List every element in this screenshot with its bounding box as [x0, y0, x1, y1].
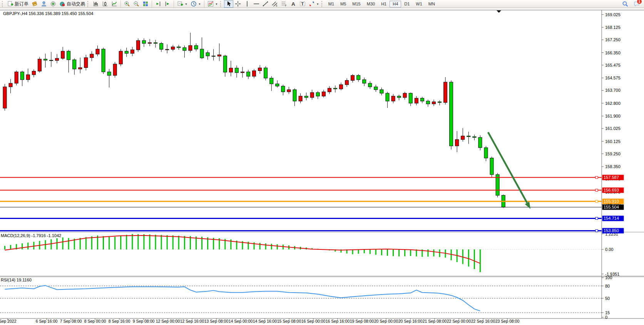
- market-watch-button[interactable]: [30, 0, 39, 8]
- macd-histogram-bar: [381, 249, 382, 255]
- bar-chart-button[interactable]: [91, 0, 100, 8]
- macd-histogram-bar: [167, 235, 168, 249]
- tile-windows-button[interactable]: [141, 0, 150, 8]
- clock-icon: [191, 1, 197, 7]
- channel-icon: E: [272, 1, 278, 7]
- timeframe-m1-button[interactable]: M1: [325, 1, 337, 7]
- candle-body: [397, 96, 401, 98]
- dropdown-caret-icon: ▼: [198, 3, 201, 5]
- toolbar-right: 1: [621, 0, 643, 8]
- chart-shift-button[interactable]: [163, 0, 172, 8]
- chart-shift-end-button[interactable]: [154, 0, 163, 8]
- toolbar-grip[interactable]: [2, 1, 4, 7]
- timeframe-m15-button[interactable]: M15: [349, 1, 363, 7]
- trend-arrow-head[interactable]: [525, 202, 530, 209]
- person-icon: [41, 1, 47, 7]
- vline-icon: [244, 1, 250, 7]
- candle-body: [3, 87, 7, 108]
- timeframe-h1-button[interactable]: H1: [378, 1, 390, 7]
- toolbar-grip[interactable]: [321, 1, 324, 7]
- timeframe-mn-button[interactable]: MN: [425, 1, 438, 7]
- autotrading-button[interactable]: 自动交易: [58, 0, 87, 8]
- indicators-button[interactable]: ▼: [206, 0, 219, 8]
- candle-body: [258, 68, 262, 71]
- equidistant-channel-button[interactable]: E: [270, 0, 279, 8]
- time-label: 12 Sep 00:00: [156, 319, 180, 323]
- zoom-in-icon: [124, 1, 130, 7]
- timeframe-m5-button[interactable]: M5: [337, 1, 349, 7]
- level-line-handle[interactable]: [595, 200, 598, 202]
- macd-histogram-bar: [393, 249, 394, 256]
- timeframe-m30-button[interactable]: M30: [364, 1, 378, 7]
- macd-histogram-bar: [370, 249, 371, 254]
- navigator-button[interactable]: [49, 0, 58, 8]
- text-label-button[interactable]: T: [298, 0, 307, 8]
- toolbar-separator: [120, 1, 121, 7]
- timeframe-h4-button[interactable]: H4: [390, 1, 401, 7]
- level-line-handle[interactable]: [595, 229, 598, 232]
- macd-histogram-bar: [375, 249, 376, 255]
- text-button[interactable]: A: [289, 0, 298, 8]
- macd-histogram-bar: [114, 237, 115, 249]
- candle-body: [73, 60, 76, 69]
- macd-histogram-bar: [358, 249, 359, 254]
- candle-body: [310, 93, 314, 98]
- arrows-button[interactable]: ▼: [307, 0, 321, 8]
- level-line-handle[interactable]: [595, 189, 598, 191]
- candle-body: [380, 90, 383, 93]
- periods-button[interactable]: ▼: [189, 0, 202, 8]
- line-chart-button[interactable]: [110, 0, 119, 8]
- candle-body: [287, 90, 291, 92]
- toolbar-grip[interactable]: [220, 1, 222, 7]
- horizontal-line-button[interactable]: [252, 0, 261, 8]
- crosshair-button[interactable]: [233, 0, 243, 8]
- zoom-out-button[interactable]: [132, 0, 141, 8]
- candle-body: [84, 57, 88, 67]
- candle-body: [299, 96, 302, 101]
- bars-icon: [93, 1, 99, 7]
- price-tick-label: 165.475: [605, 63, 621, 67]
- candle-body: [328, 88, 331, 92]
- macd-histogram-bar: [80, 238, 81, 249]
- zoom-in-button[interactable]: [122, 0, 132, 8]
- timeframe-d1-button[interactable]: D1: [401, 1, 413, 7]
- candle-body: [26, 75, 30, 80]
- candle-body: [96, 49, 99, 54]
- macd-histogram-bar: [27, 242, 28, 249]
- level-line-handle[interactable]: [595, 217, 598, 219]
- new-chart-button[interactable]: ▼: [176, 0, 189, 8]
- new-order-button[interactable]: 新订单: [6, 0, 30, 8]
- gold-stack-icon: [32, 1, 38, 7]
- macd-histogram-bar: [50, 239, 52, 249]
- candle-body: [194, 45, 198, 49]
- macd-histogram-bar: [265, 243, 266, 249]
- candlestick-chart-button[interactable]: [100, 0, 110, 8]
- macd-histogram-bar: [190, 236, 191, 249]
- cursor-button[interactable]: [224, 0, 233, 8]
- time-label: Sep 2022: [0, 319, 17, 323]
- candle-body: [79, 67, 82, 69]
- price-badge-label: 153.850: [604, 228, 619, 233]
- macd-histogram-bar: [126, 235, 127, 249]
- level-line-handle[interactable]: [595, 176, 598, 178]
- chat-button[interactable]: 1: [632, 0, 641, 8]
- vertical-line-button[interactable]: [243, 0, 252, 8]
- trendline-button[interactable]: [261, 0, 270, 8]
- candle-body: [136, 40, 140, 50]
- price-tick-label: 161.900: [605, 114, 621, 118]
- price-tick-label: 168.125: [605, 25, 621, 30]
- timeframe-w1-button[interactable]: W1: [413, 1, 425, 7]
- time-label: 7 Sep 08:00: [60, 319, 82, 323]
- search-button[interactable]: [621, 0, 630, 8]
- candle-body: [391, 96, 395, 101]
- data-window-button[interactable]: [39, 0, 49, 8]
- toolbar-grip[interactable]: [87, 1, 90, 7]
- text-icon: A: [290, 1, 296, 7]
- candle-body: [107, 72, 111, 75]
- trend-arrow[interactable]: [488, 132, 527, 203]
- fibonacci-button[interactable]: F: [279, 0, 289, 8]
- price-tick-label: 162.800: [605, 101, 621, 106]
- candle-body: [316, 93, 319, 96]
- macd-histogram-bar: [468, 249, 469, 266]
- macd-histogram-bar: [91, 236, 92, 249]
